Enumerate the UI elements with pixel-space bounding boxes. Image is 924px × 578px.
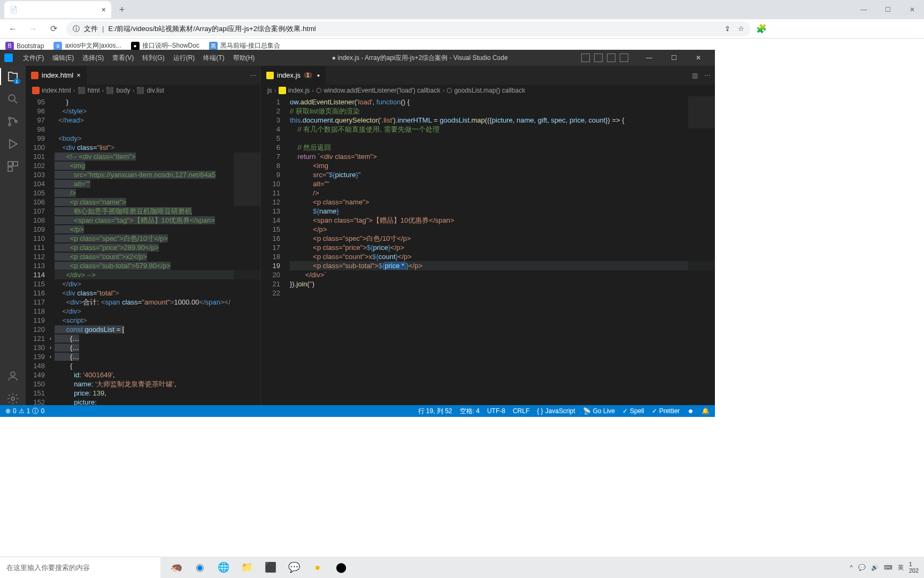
tab-index-html[interactable]: index.html × <box>26 66 87 85</box>
indentation[interactable]: 空格: 4 <box>460 407 480 416</box>
more-icon[interactable]: ⋯ <box>250 72 256 79</box>
taskbar-app-icon[interactable]: ⬤ <box>330 557 352 578</box>
close-icon[interactable]: × <box>102 5 106 14</box>
layout-icon[interactable] <box>581 54 590 62</box>
tray-volume-icon[interactable]: 🔊 <box>871 564 879 571</box>
language-mode[interactable]: { } JavaScript <box>537 407 575 415</box>
reload-button[interactable]: ⟳ <box>46 21 61 36</box>
taskbar-wechat-icon[interactable]: 💬 <box>283 557 305 578</box>
problems-status[interactable]: ⊗0 ⚠1 ⓘ0 <box>5 407 44 416</box>
tray-wechat-icon[interactable]: 💬 <box>858 564 866 571</box>
menu-edit[interactable]: 编辑(E) <box>49 51 78 65</box>
share-icon[interactable]: ⇪ <box>725 25 730 33</box>
taskbar-chrome-icon[interactable]: 🌐 <box>213 557 234 578</box>
tray-ime-lang[interactable]: 英 <box>898 564 904 572</box>
tray-clock[interactable]: 1202 <box>909 561 919 574</box>
tray-chevron-icon[interactable]: ^ <box>850 564 852 571</box>
minimap[interactable] <box>234 96 260 405</box>
url-field[interactable]: ⓘ 文件 | E:/前端/videos/b站视频素材/Array的api应用-j… <box>66 21 751 36</box>
run-debug-icon[interactable] <box>6 138 19 150</box>
svg-rect-4 <box>8 162 12 166</box>
split-icon[interactable]: ▥ <box>692 72 698 79</box>
windows-taskbar: 在这里输入你要搜索的内容 🦔 ◉ 🌐 📁 ⬛ 💬 ● ⬤ ^ 💬 🔊 ⌨ 英 1… <box>0 557 924 578</box>
editor-pane-right: index.js 1 ● ▥ ⋯ js › index.js › ⬡window <box>261 66 715 405</box>
close-icon[interactable]: ✕ <box>900 2 924 18</box>
new-tab-button[interactable]: + <box>114 2 129 17</box>
maximize-icon[interactable]: ☐ <box>876 2 900 18</box>
layout-icon[interactable] <box>620 54 628 62</box>
menu-run[interactable]: 运行(R) <box>170 51 199 65</box>
maximize-icon[interactable]: ☐ <box>661 50 686 66</box>
menu-terminal[interactable]: 终端(T) <box>199 51 228 65</box>
browser-tab[interactable]: 📄 × <box>4 1 111 18</box>
extensions-icon[interactable]: 🧩 <box>756 24 767 34</box>
svg-rect-6 <box>8 167 12 171</box>
taskbar-edge-icon[interactable]: ◉ <box>189 557 211 578</box>
minimize-icon[interactable]: — <box>637 50 661 66</box>
menu-file[interactable]: 文件(F) <box>19 51 48 65</box>
tab-favicon: 📄 <box>10 6 18 13</box>
gear-icon[interactable] <box>6 392 19 405</box>
close-icon[interactable]: × <box>76 71 81 79</box>
bell-icon[interactable]: 🔔 <box>702 407 710 415</box>
layout-controls[interactable] <box>581 54 628 62</box>
minimize-icon[interactable]: — <box>852 2 876 18</box>
breadcrumb[interactable]: js › index.js › ⬡window.addEventListener… <box>261 85 715 96</box>
back-button[interactable]: ← <box>5 21 20 36</box>
bookmark-item[interactable]: a axios中文网|axios... <box>53 41 121 50</box>
menu-selection[interactable]: 选择(S) <box>79 51 107 65</box>
breadcrumb[interactable]: index.html › ⬛html › ⬛body › ⬛div.list <box>26 85 260 96</box>
extensions-icon[interactable] <box>6 160 19 173</box>
bookmark-item[interactable]: B Bootstrap <box>5 42 44 50</box>
code-content[interactable]: } </style> </head> <body> <div class="li… <box>52 96 260 405</box>
spell-check[interactable]: ✓ Spell <box>622 407 644 415</box>
layout-icon[interactable] <box>607 54 615 62</box>
error-icon: ⊗ <box>5 407 11 415</box>
badge: 1 <box>13 79 20 84</box>
activity-bar: 1 <box>0 66 26 405</box>
code-editor[interactable]: 12345678910111213141516171819202122 ow.a… <box>261 96 715 405</box>
modified-icon: ● <box>317 73 320 78</box>
bookmark-label: Bootstrap <box>17 42 44 50</box>
feedback-icon[interactable]: ☻ <box>687 407 694 415</box>
more-icon[interactable]: ⋯ <box>704 72 711 79</box>
cursor-position[interactable]: 行 19, 列 52 <box>418 407 452 416</box>
layout-icon[interactable] <box>594 54 603 62</box>
source-control-icon[interactable] <box>6 115 19 128</box>
taskbar-app-icon[interactable]: ● <box>307 557 328 578</box>
account-icon[interactable] <box>6 370 19 383</box>
svg-rect-5 <box>13 162 18 166</box>
eol[interactable]: CRLF <box>513 407 529 415</box>
taskbar-explorer-icon[interactable]: 📁 <box>236 557 258 578</box>
menu-bar: 文件(F) 编辑(E) 选择(S) 查看(V) 转到(G) 运行(R) 终端(T… <box>19 51 258 65</box>
tab-label: index.html <box>42 71 73 79</box>
menu-help[interactable]: 帮助(H) <box>229 51 259 65</box>
go-live[interactable]: 📡 Go Live <box>583 407 615 415</box>
taskbar-search[interactable]: 在这里输入你要搜索的内容 <box>0 557 160 578</box>
search-icon[interactable] <box>6 93 19 105</box>
menu-view[interactable]: 查看(V) <box>109 51 137 65</box>
bookmark-label: 黑马前端-接口总集合 <box>220 41 280 50</box>
taskbar-app-icon[interactable]: 🦔 <box>166 557 187 578</box>
url-text: E:/前端/videos/b站视频素材/Array的api应用-js+2综合案例… <box>108 24 315 34</box>
code-editor[interactable]: 9596979899100101102103104105106107108109… <box>26 96 260 405</box>
minimap[interactable] <box>688 96 715 405</box>
menu-go[interactable]: 转到(G) <box>138 51 168 65</box>
encoding[interactable]: UTF-8 <box>487 407 505 415</box>
svg-point-7 <box>11 372 15 376</box>
explorer-icon[interactable]: 1 <box>6 70 19 83</box>
star-icon[interactable]: ☆ <box>738 25 744 33</box>
browser-tab-strip: 📄 × + — ☐ ✕ <box>0 0 924 19</box>
taskbar-vscode-icon[interactable]: ⬛ <box>260 557 281 578</box>
close-icon[interactable]: ✕ <box>686 50 711 66</box>
tray-ime-icon[interactable]: ⌨ <box>884 564 892 571</box>
window-title: ● index.js - Array的api应用-js+2综合案例 - Visu… <box>260 54 579 63</box>
prettier[interactable]: ✓ Prettier <box>652 407 680 415</box>
bookmark-item[interactable]: ● 接口说明--ShowDoc <box>131 41 199 50</box>
tab-index-js[interactable]: index.js 1 ● <box>261 66 326 85</box>
bookmark-item[interactable]: 黑 黑马前端-接口总集合 <box>209 41 280 50</box>
code-content[interactable]: ow.addEventListener('load', function() {… <box>288 96 715 405</box>
forward-button[interactable]: → <box>26 21 41 36</box>
tab-row: index.js 1 ● ▥ ⋯ <box>261 66 715 85</box>
vscode-logo-icon <box>4 54 13 62</box>
